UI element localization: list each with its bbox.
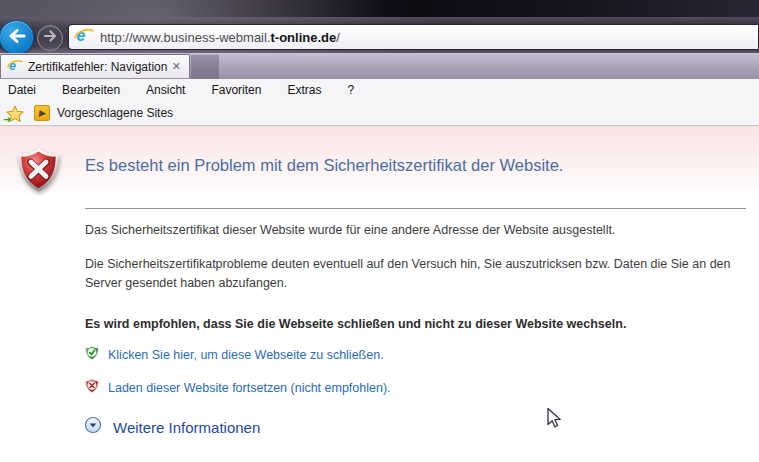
menu-item-ansicht[interactable]: Ansicht xyxy=(146,83,185,97)
red-shield-x-icon xyxy=(84,378,100,398)
add-favorite-star-icon[interactable]: ➜ xyxy=(6,105,25,122)
ie-favicon-icon: e xyxy=(74,25,94,49)
error-description-2: Die Sicherheitszertifikatprobleme deuten… xyxy=(85,255,753,294)
forward-arrow-icon xyxy=(42,28,58,48)
ie-tab-icon: e xyxy=(7,57,23,77)
back-arrow-icon xyxy=(6,25,28,51)
error-recommendation: Es wird empfohlen, dass Sie die Webseite… xyxy=(85,315,753,334)
suggested-sites-link[interactable]: Vorgeschlagene Sites xyxy=(57,106,173,120)
window-titlebar xyxy=(0,0,759,17)
green-shield-check-icon xyxy=(84,345,100,365)
browser-window: e http://www.business-webmail.t-online.d… xyxy=(0,0,759,462)
menu-item-hilfe[interactable]: ? xyxy=(347,83,354,97)
menu-item-bearbeiten[interactable]: Bearbeiten xyxy=(62,83,120,97)
continue-website-link[interactable]: Laden dieser Website fortsetzen (nicht e… xyxy=(108,381,391,395)
tab-strip-shadow xyxy=(191,55,219,79)
page-content: Es besteht ein Problem mit dem Sicherhei… xyxy=(0,126,759,462)
menu-item-favoriten[interactable]: Favoriten xyxy=(211,83,261,97)
close-webpage-link-row[interactable]: Klicken Sie hier, um diese Webseite zu s… xyxy=(84,345,384,365)
chevron-down-circle-icon xyxy=(84,416,102,438)
tab-certificate-error[interactable]: e Zertifikatfehler: Navigation ... ✕ xyxy=(0,54,190,78)
continue-website-link-row[interactable]: Laden dieser Website fortsetzen (nicht e… xyxy=(84,378,391,398)
favorites-bar: ➜ ▶ Vorgeschlagene Sites xyxy=(0,101,759,126)
back-button[interactable] xyxy=(0,20,34,55)
more-information-label: Weitere Informationen xyxy=(113,419,260,436)
menu-bar: Datei Bearbeiten Ansicht Favoriten Extra… xyxy=(0,79,759,101)
menu-item-datei[interactable]: Datei xyxy=(8,83,36,97)
close-webpage-link[interactable]: Klicken Sie hier, um diese Webseite zu s… xyxy=(108,348,384,362)
more-information-expander[interactable]: Weitere Informationen xyxy=(84,416,260,438)
divider xyxy=(85,208,746,209)
svg-text:e: e xyxy=(77,27,86,44)
error-page-title: Es besteht ein Problem mit dem Sicherhei… xyxy=(85,156,745,175)
menu-item-extras[interactable]: Extras xyxy=(287,83,321,97)
url-text: http://www.business-webmail.t-online.de/ xyxy=(100,30,340,45)
security-error-shield-icon xyxy=(15,147,62,198)
suggested-sites-icon[interactable]: ▶ xyxy=(34,105,50,121)
tab-close-icon[interactable]: ✕ xyxy=(170,60,183,73)
error-description-1: Das Sicherheitszertifikat dieser Website… xyxy=(85,221,753,240)
tab-title: Zertifikatfehler: Navigation ... xyxy=(28,60,170,74)
green-arrow-icon: ➜ xyxy=(3,114,11,125)
address-bar[interactable]: e http://www.business-webmail.t-online.d… xyxy=(68,24,758,50)
tab-strip: e Zertifikatfehler: Navigation ... ✕ xyxy=(0,53,759,79)
forward-button[interactable] xyxy=(37,25,63,51)
